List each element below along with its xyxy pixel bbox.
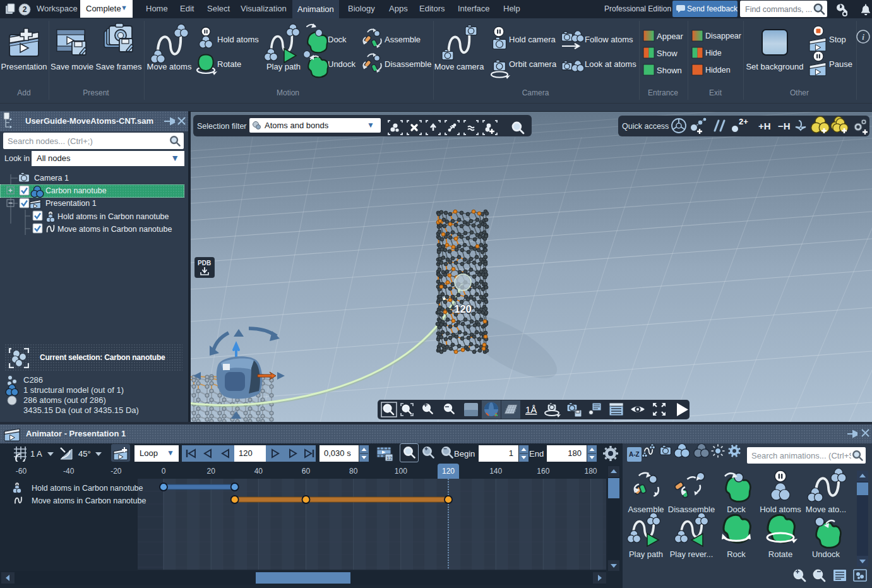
svg-text:12: 12 xyxy=(386,455,392,461)
svg-text:−H: −H xyxy=(778,121,791,131)
svg-text:2: 2 xyxy=(23,5,27,14)
svg-text:i: i xyxy=(862,32,864,42)
svg-text:2+: 2+ xyxy=(739,117,748,126)
svg-text:1Å: 1Å xyxy=(525,404,537,415)
svg-text:120: 120 xyxy=(454,303,472,315)
svg-text:+H: +H xyxy=(758,121,771,131)
